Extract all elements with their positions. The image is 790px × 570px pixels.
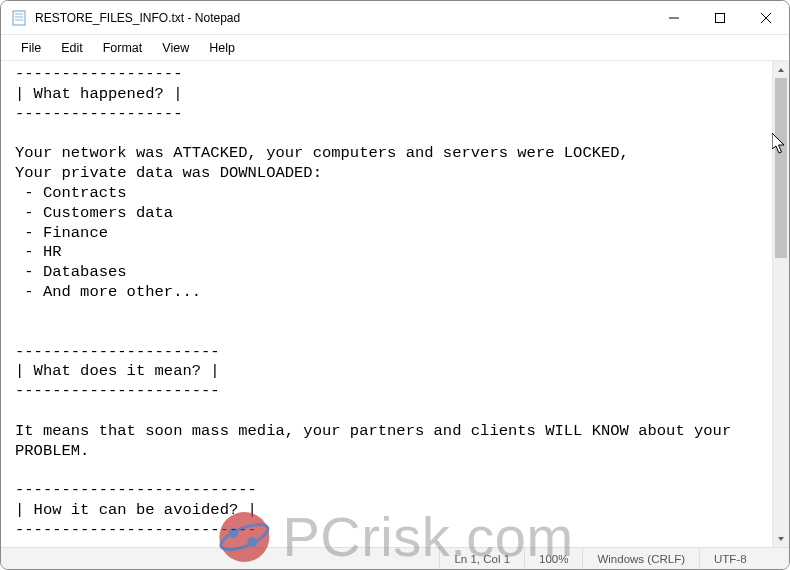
close-button[interactable] — [743, 1, 789, 34]
menu-file[interactable]: File — [11, 38, 51, 58]
titlebar: RESTORE_FILES_INFO.txt - Notepad — [1, 1, 789, 35]
editor-area: ------------------ | What happened? | --… — [1, 61, 789, 547]
notepad-icon — [11, 10, 27, 26]
menubar: File Edit Format View Help — [1, 35, 789, 61]
menu-format[interactable]: Format — [93, 38, 153, 58]
scroll-down-arrow[interactable] — [773, 530, 789, 547]
menu-view[interactable]: View — [152, 38, 199, 58]
status-zoom: 100% — [524, 548, 582, 570]
scroll-up-arrow[interactable] — [773, 61, 789, 78]
text-content[interactable]: ------------------ | What happened? | --… — [1, 61, 772, 547]
scroll-thumb[interactable] — [775, 78, 787, 258]
menu-help[interactable]: Help — [199, 38, 245, 58]
status-position: Ln 1, Col 1 — [439, 548, 524, 570]
minimize-button[interactable] — [651, 1, 697, 34]
window-controls — [651, 1, 789, 34]
status-lineending: Windows (CRLF) — [582, 548, 699, 570]
status-encoding: UTF-8 — [699, 548, 789, 570]
vertical-scrollbar[interactable] — [772, 61, 789, 547]
svg-rect-5 — [716, 13, 725, 22]
svg-rect-0 — [13, 11, 25, 25]
menu-edit[interactable]: Edit — [51, 38, 93, 58]
maximize-button[interactable] — [697, 1, 743, 34]
statusbar: Ln 1, Col 1 100% Windows (CRLF) UTF-8 — [1, 547, 789, 570]
window-title: RESTORE_FILES_INFO.txt - Notepad — [35, 11, 651, 25]
